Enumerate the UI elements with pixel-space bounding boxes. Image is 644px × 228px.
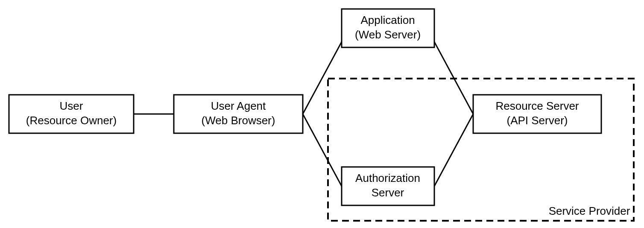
node-resource-server: Resource Server (API Server) <box>473 95 601 133</box>
node-app-line1: Application <box>360 14 415 26</box>
node-agent-line2: (Web Browser) <box>202 114 275 127</box>
edge-auth-to-resource <box>434 114 473 186</box>
service-provider-label: Service Provider <box>549 205 630 217</box>
edge-agent-to-auth <box>303 114 342 186</box>
node-authorization-server: Authorization Server <box>342 167 434 205</box>
edge-agent-to-app <box>303 42 342 114</box>
node-app-line2: (Web Server) <box>355 28 421 41</box>
node-resource-line1: Resource Server <box>495 99 579 112</box>
node-user-line1: User <box>60 99 83 112</box>
node-user-line2: (Resource Owner) <box>26 114 117 127</box>
node-user: User (Resource Owner) <box>9 95 134 133</box>
node-auth-line2: Server <box>372 186 404 199</box>
node-agent-line1: User Agent <box>211 99 266 112</box>
node-application: Application (Web Server) <box>342 9 434 47</box>
node-user-agent: User Agent (Web Browser) <box>174 95 303 133</box>
node-resource-line2: (API Server) <box>506 114 568 127</box>
oauth-architecture-diagram: Service Provider User (Resource Owner) U… <box>0 0 644 228</box>
node-auth-line1: Authorization <box>355 172 420 184</box>
